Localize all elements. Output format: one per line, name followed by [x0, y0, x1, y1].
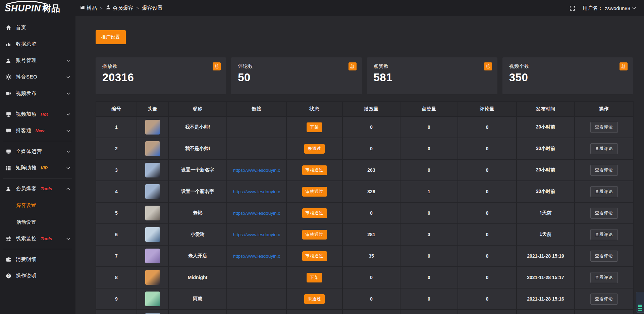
total-badge: 总 — [348, 62, 357, 70]
fullscreen-icon[interactable] — [570, 5, 575, 11]
cell-time: 20小时前 — [517, 138, 575, 159]
view-comments-button[interactable]: 查看评论 — [590, 208, 618, 219]
svg-text:?: ? — [7, 274, 9, 278]
cell-link — [227, 288, 286, 310]
help-icon: ? — [5, 273, 11, 279]
user-menu[interactable]: 用户名：zswodun88 — [583, 5, 636, 11]
cell-status: 下架 — [286, 267, 342, 288]
sidebar-divider — [3, 178, 72, 178]
monitor-icon — [5, 149, 11, 155]
cell-avatar — [137, 138, 168, 159]
sidebar-item-video-heat[interactable]: 视频加热Hot — [0, 106, 75, 122]
sidebar-divider — [3, 104, 72, 104]
cell-comments: 0 — [458, 116, 517, 138]
breadcrumb-label: 树品 — [87, 5, 97, 12]
cell-avatar — [137, 202, 168, 224]
view-comments-button[interactable]: 查看评论 — [590, 229, 618, 240]
view-comments-button[interactable]: 查看评论 — [590, 165, 618, 176]
table-header-cell: 操作 — [575, 102, 633, 116]
cell-time: 20小时前 — [517, 159, 575, 181]
cell-action: 查看评论 — [575, 138, 633, 159]
cell-link: https://www.iesdouyin.c — [227, 224, 286, 245]
sidebar-item-label: 抖音SEO — [16, 74, 37, 80]
table-header-cell: 昵称 — [168, 102, 227, 116]
table-row: 4设置一个新名字https://www.iesdouyin.c审核通过32810… — [96, 181, 633, 202]
cell-likes: 0 — [400, 138, 458, 159]
sidebar-item-video-publish[interactable]: 视频发布 — [0, 85, 75, 102]
cell-status: 审核通过 — [286, 245, 342, 267]
cell-plays: 0 — [342, 116, 400, 138]
sidebar-item-douyin-seo[interactable]: 抖音SEO — [0, 69, 75, 85]
chevron-down-icon — [66, 76, 70, 78]
video-link[interactable]: https://www.iesdouyin.c — [227, 232, 286, 237]
cell-link — [227, 267, 286, 288]
grid-icon — [5, 165, 11, 171]
breadcrumb-item-1[interactable]: 树品 — [80, 5, 97, 12]
sidebar-item-account-manage[interactable]: 账号管理 — [0, 52, 75, 69]
sidebar-item-clue-monitor[interactable]: 线索监控Tools — [0, 230, 75, 247]
cell-likes: 0 — [400, 116, 458, 138]
cell-likes: 0 — [400, 267, 458, 288]
main-content: 推广设置 播放数20316总评论数50总点赞数581总视频个数350总 编号头像… — [75, 16, 644, 314]
view-comments-button[interactable]: 查看评论 — [590, 251, 618, 262]
cell-plays: 0 — [342, 267, 400, 288]
stat-card: 视频个数350总 — [502, 57, 633, 94]
view-comments-button[interactable]: 查看评论 — [590, 122, 618, 133]
cell-plays: 263 — [342, 159, 400, 181]
view-comments-button[interactable]: 查看评论 — [590, 143, 618, 154]
stat-card-value: 350 — [509, 71, 626, 84]
table-row — [96, 310, 633, 314]
sidebar-divider — [3, 249, 72, 249]
chevron-down-icon — [66, 129, 70, 132]
video-link[interactable]: https://www.iesdouyin.c — [227, 254, 286, 259]
stat-card: 播放数20316总 — [96, 57, 226, 94]
corner-widget[interactable] — [636, 292, 644, 313]
stat-card-value: 581 — [374, 71, 491, 84]
cell-plays: 0 — [342, 202, 400, 224]
sidebar: SHUPIN 树品 首页数据总览账号管理抖音SEO视频发布视频加热Hot抖客通N… — [0, 0, 75, 314]
avatar — [145, 163, 160, 177]
sidebar-item-member-baoke[interactable]: 会员爆客Tools — [0, 180, 75, 197]
video-link[interactable]: https://www.iesdouyin.c — [227, 211, 286, 216]
sidebar-item-data-overview[interactable]: 数据总览 — [0, 36, 75, 52]
cell-index: 3 — [96, 159, 137, 181]
breadcrumb-label: 会员爆客 — [113, 5, 133, 12]
sidebar-item-media-operation[interactable]: 全媒体运营 — [0, 143, 75, 160]
sidebar-item-operation-guide[interactable]: ?操作说明 — [0, 268, 75, 284]
cell-index: 7 — [96, 245, 137, 267]
screen-icon — [5, 111, 11, 117]
cell-action: 查看评论 — [575, 224, 633, 245]
cell-nickname: 阿慧 — [168, 288, 227, 310]
total-badge: 总 — [484, 62, 492, 70]
sidebar-item-label: 消费明细 — [16, 256, 37, 263]
panel-icon — [80, 5, 85, 11]
chevron-down-icon — [66, 92, 70, 95]
video-link[interactable]: https://www.iesdouyin.c — [227, 168, 286, 173]
table-row: 6小爱玲https://www.iesdouyin.c审核通过281301天前查… — [96, 224, 633, 245]
cell-likes: 0 — [400, 202, 458, 224]
video-link[interactable]: https://www.iesdouyin.c — [227, 189, 286, 194]
sidebar-item-home[interactable]: 首页 — [0, 19, 75, 36]
sidebar-subitem-activity-settings[interactable]: 活动设置 — [0, 214, 75, 230]
view-comments-button[interactable]: 查看评论 — [590, 272, 618, 283]
sidebar-subitem-baoke-settings[interactable]: 爆客设置 — [0, 197, 75, 214]
cell-action: 查看评论 — [575, 267, 633, 288]
promo-settings-button[interactable]: 推广设置 — [96, 30, 126, 44]
view-comments-button[interactable]: 查看评论 — [590, 186, 618, 197]
avatar — [145, 206, 160, 220]
cell-status: 审核通过 — [286, 202, 342, 224]
sidebar-item-consume-detail[interactable]: 消费明细 — [0, 251, 75, 268]
sidebar-item-label: 操作说明 — [16, 273, 37, 279]
avatar — [145, 227, 160, 242]
sidebar-item-matrix-boost[interactable]: 矩阵助推VIP — [0, 160, 75, 176]
view-comments-button[interactable]: 查看评论 — [590, 294, 618, 305]
logo-arc — [5, 1, 48, 5]
cell-avatar — [137, 245, 168, 267]
breadcrumb-item-2[interactable]: 会员爆客 — [106, 5, 133, 12]
breadcrumb-separator: > — [137, 6, 139, 11]
cell-status: 下架 — [286, 116, 342, 138]
cell-link: https://www.iesdouyin.c — [227, 181, 286, 202]
sidebar-item-douketong[interactable]: 抖客通New — [0, 122, 75, 139]
video-table-wrap: 编号头像昵称链接状态播放量点赞量评论量发布时间操作 1我不是小帅!下架00020… — [96, 101, 633, 314]
sidebar-item-label: 数据总览 — [16, 41, 37, 47]
